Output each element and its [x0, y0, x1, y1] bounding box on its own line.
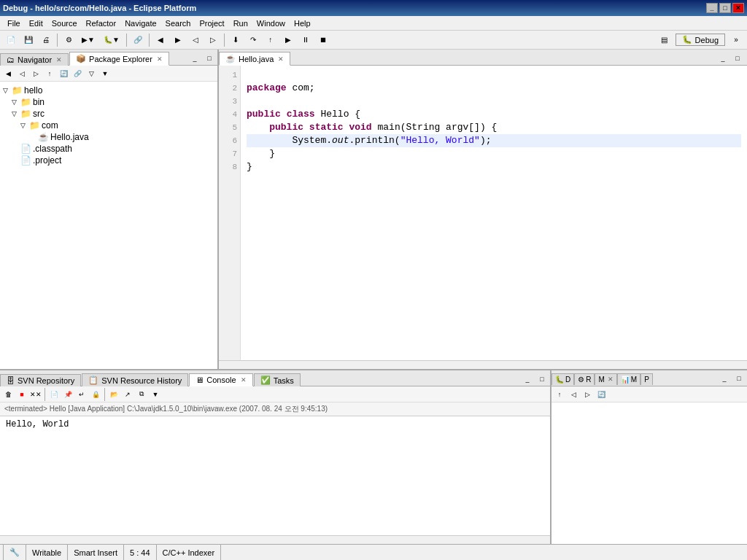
menu-project[interactable]: Project	[195, 18, 228, 29]
open-file-button[interactable]: 📂	[107, 388, 120, 401]
right-minimize-button[interactable]: _	[718, 372, 731, 385]
refresh-button[interactable]: 🔄	[57, 67, 70, 80]
menu-edit[interactable]: Edit	[25, 18, 47, 29]
link-button[interactable]: 🔗	[130, 32, 146, 48]
minimize-left-button[interactable]: _	[188, 52, 201, 65]
debug-badge[interactable]: 🐛 Debug	[676, 34, 725, 46]
right-up-button[interactable]: ↑	[553, 388, 566, 401]
console-hscroll[interactable]	[0, 535, 550, 544]
menu-search[interactable]: Search	[161, 18, 196, 29]
right-tab-debug[interactable]: 🐛 D	[551, 373, 574, 385]
console-select-button[interactable]: ▼	[149, 388, 162, 401]
maximize-button[interactable]: □	[719, 3, 731, 13]
tab-tasks[interactable]: ✅ Tasks	[254, 373, 301, 386]
right-tab-p[interactable]: P	[640, 373, 653, 385]
tab-svn-history[interactable]: 📋 SVN Resource History	[82, 373, 188, 386]
tab-package-explorer[interactable]: 📦 Package Explorer ✕	[69, 52, 169, 66]
code-content[interactable]: package com; public class Hello { public…	[241, 66, 747, 360]
tab-package-explorer-close[interactable]: ✕	[157, 55, 163, 63]
right-maximize-button[interactable]: □	[732, 372, 746, 385]
step-into-button[interactable]: ⬇	[228, 32, 244, 48]
copy-output-button[interactable]: ⧉	[135, 388, 148, 401]
resume-button[interactable]: ▶	[280, 32, 296, 48]
bottom-maximize-button[interactable]: □	[535, 373, 549, 386]
scroll-lock-button[interactable]: 🔒	[89, 388, 102, 401]
editor-hscroll[interactable]	[219, 360, 747, 369]
run-button[interactable]: ▶▼	[78, 32, 98, 48]
code-area[interactable]: 1 2 3 4 5 6 7 8 package com; public clas…	[219, 66, 747, 360]
forward-panel-button[interactable]: ▷	[29, 67, 42, 80]
show-in-editor-button[interactable]: ↗	[121, 388, 134, 401]
menu-navigate[interactable]: Navigate	[120, 18, 160, 29]
back-panel-button[interactable]: ◁	[15, 67, 28, 80]
menu-help[interactable]: Help	[290, 18, 315, 29]
toggle-com[interactable]: ▽	[20, 122, 28, 129]
right-tab-m2[interactable]: 📊 M	[617, 373, 640, 385]
tree-item-com[interactable]: ▽ 📁 com	[0, 120, 217, 131]
run-external-button[interactable]: ⚙	[61, 32, 77, 48]
step-over-button[interactable]: ↷	[245, 32, 261, 48]
up-panel-button[interactable]: ↑	[43, 67, 56, 80]
new-button[interactable]: 📄	[3, 32, 19, 48]
menu-window[interactable]: Window	[252, 18, 290, 29]
sep2	[126, 34, 127, 47]
tab-navigator[interactable]: 🗂 Navigator ✕	[0, 53, 69, 66]
collapse-all-button[interactable]: ◀	[1, 67, 15, 80]
right-refresh-button[interactable]: 🔄	[595, 388, 608, 401]
tab-console[interactable]: 🖥 Console ✕	[189, 373, 252, 386]
remove-terminated-button[interactable]: ✕✕	[29, 388, 42, 401]
step-return-button[interactable]: ↑	[263, 32, 279, 48]
forward-button[interactable]: ▷	[205, 32, 221, 48]
toggle-src[interactable]: ▽	[12, 110, 19, 117]
tree-item-src[interactable]: ▽ 📁 src	[0, 108, 217, 120]
editor-minimize-button[interactable]: _	[716, 52, 729, 65]
suspend-button[interactable]: ⏸	[298, 32, 314, 48]
filter-button[interactable]: ▽	[85, 67, 98, 80]
tree-item-project[interactable]: 📄 .project	[0, 155, 217, 166]
right-forward-button[interactable]: ▷	[581, 388, 594, 401]
hscroll-track[interactable]	[219, 362, 747, 369]
menu-file[interactable]: File	[3, 18, 25, 29]
minimize-button[interactable]: _	[706, 3, 718, 13]
tree-item-bin[interactable]: ▽ 📁 bin	[0, 96, 217, 108]
svn-repo-icon: 🗄	[7, 376, 15, 385]
perspective-button[interactable]: ▤	[657, 32, 673, 48]
view-menu-button[interactable]: ▼	[98, 67, 112, 80]
prev-edit-button[interactable]: ◀	[152, 32, 169, 48]
tab-console-close[interactable]: ✕	[241, 376, 247, 384]
right-tab-m1-close[interactable]: ✕	[608, 376, 614, 383]
link-editor-button[interactable]: 🔗	[71, 67, 84, 80]
pin-console-button[interactable]: 📌	[61, 388, 74, 401]
right-tab-r[interactable]: ⚙ R	[574, 373, 595, 385]
new-console-button[interactable]: 📄	[47, 388, 61, 401]
menu-run[interactable]: Run	[229, 18, 252, 29]
menu-source[interactable]: Source	[47, 18, 82, 29]
maximize-left-button[interactable]: □	[203, 52, 216, 65]
print-button[interactable]: 🖨	[38, 32, 54, 48]
tab-svn-repository[interactable]: 🗄 SVN Repository	[0, 374, 81, 386]
tree-item-hello-java[interactable]: ☕ Hello.java	[0, 131, 217, 143]
next-edit-button[interactable]: ▶	[170, 32, 186, 48]
right-tab-m1[interactable]: M ✕	[595, 373, 616, 385]
close-button[interactable]: ✕	[732, 3, 744, 13]
more-perspectives-button[interactable]: »	[728, 32, 744, 48]
tab-navigator-close[interactable]: ✕	[56, 56, 62, 63]
save-button[interactable]: 💾	[20, 32, 36, 48]
back-button[interactable]: ◁	[187, 32, 204, 48]
debug-run-button[interactable]: 🐛▼	[100, 32, 123, 48]
window-controls[interactable]: _ □ ✕	[706, 3, 744, 13]
tree-item-hello[interactable]: ▽ 📁 hello	[0, 85, 217, 96]
terminate-button[interactable]: ⏹	[315, 32, 331, 48]
word-wrap-button[interactable]: ↵	[75, 388, 88, 401]
toggle-bin[interactable]: ▽	[12, 98, 19, 106]
tree-item-classpath[interactable]: 📄 .classpath	[0, 143, 217, 155]
toggle-hello[interactable]: ▽	[3, 87, 10, 94]
tab-hello-java-close[interactable]: ✕	[278, 55, 284, 63]
editor-maximize-button[interactable]: □	[731, 52, 744, 65]
menu-refactor[interactable]: Refactor	[82, 18, 121, 29]
terminate-console-button[interactable]: ■	[15, 388, 28, 401]
clear-console-button[interactable]: 🗑	[1, 388, 15, 401]
right-back-button[interactable]: ◁	[567, 388, 580, 401]
tab-hello-java[interactable]: ☕ Hello.java ✕	[219, 52, 290, 66]
bottom-minimize-button[interactable]: _	[521, 373, 534, 386]
